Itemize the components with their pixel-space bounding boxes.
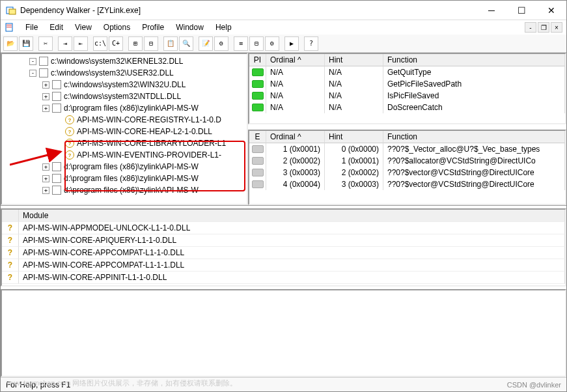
- mdi-restore[interactable]: ❐: [538, 22, 549, 33]
- tree-expander[interactable]: +: [42, 187, 49, 194]
- import-row[interactable]: N/AN/AIsPicFileSaved: [249, 90, 565, 102]
- warning-icon: ?: [8, 236, 12, 245]
- menu-help[interactable]: Help: [210, 21, 237, 33]
- tb-props[interactable]: 📝: [199, 36, 213, 51]
- tree-item[interactable]: +d:\program files (x86)\zylink\API-MS-W: [3, 173, 245, 184]
- import-row[interactable]: N/AN/AGetPicFileSavedPath: [249, 78, 565, 90]
- col-e[interactable]: E: [249, 131, 266, 143]
- status-right: CSDN @dvlinker: [507, 381, 561, 389]
- modules-pane[interactable]: Module ?API-MS-WIN-APPMODEL-UNLOCK-L1-1-…: [1, 208, 566, 287]
- tree-expander[interactable]: -: [29, 58, 36, 65]
- export-row[interactable]: 4 (0x0004)3 (0x0003)??0?$vector@VCStdStr…: [249, 178, 565, 190]
- tb-find[interactable]: 🔍: [179, 36, 193, 51]
- tree-expander[interactable]: -: [29, 70, 36, 77]
- tree-item[interactable]: ?API-MS-WIN-CORE-LIBRARYLOADER-L1: [3, 137, 245, 149]
- tree-expander[interactable]: +: [42, 93, 49, 100]
- export-row[interactable]: 2 (0x0002)1 (0x0001)??0?$allocator@VCStd…: [249, 155, 565, 167]
- menu-edit[interactable]: Edit: [44, 21, 68, 33]
- module-row[interactable]: ?API-MS-WIN-CORE-APIQUERY-L1-1-0.DLL: [2, 234, 565, 247]
- module-name: API-MS-WIN-CORE-APPCOMPAT-L1-1-0.DLL: [19, 247, 565, 259]
- col-pi[interactable]: PI: [249, 54, 266, 66]
- tb-tree[interactable]: ⊟: [249, 36, 264, 51]
- imports-grid[interactable]: PI Ordinal ^ Hint Function N/AN/AGetQuit…: [248, 53, 566, 124]
- col-module[interactable]: Module: [19, 210, 565, 222]
- tb-cfg[interactable]: ⚙: [265, 36, 279, 51]
- warning-icon: ?: [8, 260, 12, 270]
- tb-undecorate[interactable]: C+: [109, 36, 123, 51]
- mdi-minimize[interactable]: -: [525, 22, 536, 33]
- col-ordinal[interactable]: Ordinal ^: [266, 131, 325, 143]
- export-row[interactable]: 3 (0x0003)2 (0x0002)??0?$vector@VCStdStr…: [249, 167, 565, 178]
- module-row[interactable]: ?API-MS-WIN-APPMODEL-UNLOCK-L1-1-0.DLL: [2, 222, 565, 234]
- mdi-close[interactable]: ×: [551, 22, 562, 33]
- tree-item-label: c:\windows\system32\NTDLL.DLL: [64, 92, 181, 101]
- cell-function: GetPicFileSavedPath: [383, 78, 565, 90]
- import-row[interactable]: N/AN/ADoScreenCatch: [249, 102, 565, 113]
- tb-collapse[interactable]: ⊟: [144, 36, 158, 51]
- dll-icon: [52, 186, 61, 195]
- tree-expander[interactable]: +: [42, 105, 49, 112]
- tree-expander[interactable]: +: [42, 81, 49, 89]
- tb-cut[interactable]: ✂: [38, 36, 53, 51]
- module-row[interactable]: ?API-MS-WIN-CORE-APPINIT-L1-1-0.DLL: [2, 272, 565, 284]
- cell-function: ??0?$vector@VCStdString@DirectUICore: [383, 167, 565, 178]
- status-badge: [252, 68, 264, 76]
- col-function[interactable]: Function: [383, 54, 565, 66]
- cell-ordinal: 3 (0x0003): [266, 167, 325, 178]
- status-badge: [252, 180, 264, 188]
- tree-expander[interactable]: +: [42, 163, 49, 171]
- tree-item[interactable]: +d:\program files (x86)\zylink\API-MS-W: [3, 161, 245, 173]
- exports-grid[interactable]: E Ordinal ^ Hint Function 1 (0x0001)0 (0…: [248, 130, 566, 205]
- col-module-icon[interactable]: [2, 210, 19, 222]
- tb-save[interactable]: 💾: [19, 36, 33, 51]
- status-text: For Help, press F1: [6, 380, 70, 389]
- maximize-button[interactable]: ☐: [506, 1, 536, 20]
- tree-item[interactable]: ?API-MS-WIN-EVENTING-PROVIDER-L1-: [3, 149, 245, 161]
- menu-options[interactable]: Options: [98, 21, 135, 33]
- tb-fullpath[interactable]: ⇤: [74, 36, 88, 51]
- col-hint[interactable]: Hint: [325, 54, 383, 66]
- tb-sysinfo[interactable]: ⚙: [214, 36, 228, 51]
- main-area: -c:\windows\system32\KERNEL32.DLL-c:\win…: [1, 53, 566, 377]
- menu-window[interactable]: Window: [171, 21, 209, 33]
- col-ordinal[interactable]: Ordinal ^: [266, 54, 325, 66]
- col-function[interactable]: Function: [383, 131, 565, 143]
- tree-item[interactable]: -c:\windows\system32\USER32.DLL: [3, 67, 245, 79]
- tree-item[interactable]: ?API-MS-WIN-CORE-HEAP-L2-1-0.DLL: [3, 126, 245, 137]
- export-row[interactable]: 1 (0x0001)0 (0x0000)??0?$_Vector_alloc@U…: [249, 143, 565, 155]
- close-button[interactable]: ✕: [536, 1, 566, 20]
- module-row[interactable]: ?API-MS-WIN-CORE-APPCOMPAT-L1-1-1.DLL: [2, 259, 565, 272]
- tb-cpath[interactable]: c:\: [93, 36, 107, 51]
- menu-profile[interactable]: Profile: [137, 21, 169, 33]
- cell-hint: 3 (0x0003): [325, 178, 383, 190]
- tree-item[interactable]: +c:\windows\system32\NTDLL.DLL: [3, 91, 245, 102]
- tb-open[interactable]: 📂: [3, 36, 18, 51]
- tb-expand[interactable]: ⊞: [128, 36, 143, 51]
- tree-item[interactable]: +d:\program files (x86)\zylink\API-MS-W: [3, 184, 245, 196]
- menu-file[interactable]: File: [20, 21, 43, 33]
- menu-view[interactable]: View: [70, 21, 97, 33]
- cell-ordinal: N/A: [266, 102, 325, 113]
- minimize-button[interactable]: ─: [477, 1, 506, 20]
- tree-item[interactable]: +c:\windows\system32\WIN32U.DLL: [3, 79, 245, 91]
- cell-ordinal: 1 (0x0001): [266, 143, 325, 155]
- col-hint[interactable]: Hint: [325, 131, 383, 143]
- tb-list[interactable]: ≡: [234, 36, 248, 51]
- tree-item[interactable]: -c:\windows\system32\KERNEL32.DLL: [3, 55, 245, 67]
- top-split: -c:\windows\system32\KERNEL32.DLL-c:\win…: [1, 53, 566, 206]
- status-badge: [252, 157, 264, 165]
- dll-icon: [39, 68, 48, 77]
- tb-copy[interactable]: 📋: [163, 36, 178, 51]
- tree-expander[interactable]: +: [42, 175, 49, 182]
- tb-autoexpand[interactable]: ⇥: [58, 36, 72, 51]
- module-row[interactable]: ?API-MS-WIN-CORE-APPCOMPAT-L1-1-0.DLL: [2, 247, 565, 259]
- tree-item-label: c:\windows\system32\WIN32U.DLL: [64, 80, 186, 89]
- tb-help[interactable]: ?: [304, 36, 318, 51]
- tb-run[interactable]: ▶: [284, 36, 299, 51]
- import-row[interactable]: N/AN/AGetQuitType: [249, 66, 565, 78]
- tree-item[interactable]: ?API-MS-WIN-CORE-REGISTRY-L1-1-0.D: [3, 114, 245, 126]
- tree-item[interactable]: +d:\program files (x86)\zylink\API-MS-W: [3, 102, 245, 114]
- log-pane[interactable]: [1, 289, 566, 377]
- dependency-tree-pane[interactable]: -c:\windows\system32\KERNEL32.DLL-c:\win…: [1, 53, 248, 205]
- warning-icon: ?: [8, 223, 12, 232]
